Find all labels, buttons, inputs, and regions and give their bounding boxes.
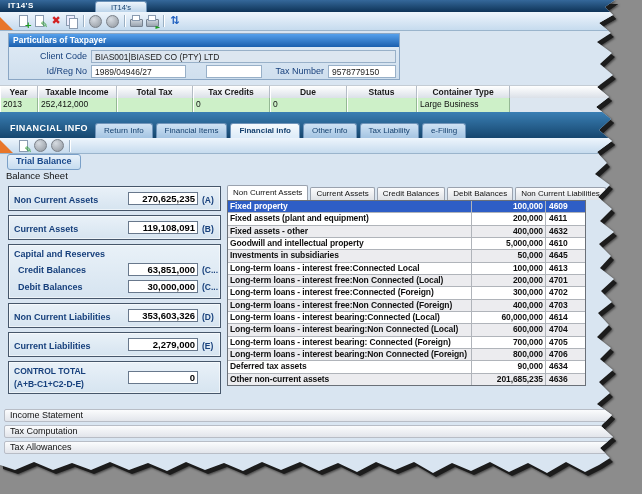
- torn-edge: IT14'S IT14's + ✎ ✖ ► ⇅ Particulars of T…: [0, 0, 642, 494]
- dtab-non-current-assets[interactable]: Non Current Assets: [227, 185, 308, 200]
- cell-due: 0: [270, 98, 347, 112]
- toolbar-separator: [163, 15, 164, 27]
- cancel-icon[interactable]: [51, 139, 64, 152]
- control-total-field[interactable]: [128, 371, 198, 384]
- accept-icon[interactable]: [89, 15, 102, 28]
- field-suffix: (C...: [202, 282, 218, 292]
- trial-balance-grid: Fixed property100,0004609 Fixed assets (…: [227, 200, 586, 386]
- app-window: IT14'S IT14's + ✎ ✖ ► ⇅ Particulars of T…: [0, 0, 642, 494]
- fold-corner-icon: [0, 17, 13, 30]
- detail-tabs: Non Current Assets Current Assets Credit…: [227, 185, 621, 200]
- secondary-field[interactable]: [206, 65, 262, 78]
- table-row[interactable]: Long-term loans - interest free:Connecte…: [228, 287, 585, 299]
- print-icon[interactable]: [129, 14, 143, 28]
- section-balance-sheet[interactable]: Balance Sheet: [6, 170, 68, 181]
- dtab-non-current-liabilities[interactable]: Non Current Liabilities: [515, 187, 606, 200]
- current-liabilities-field[interactable]: [128, 338, 198, 351]
- tab-other-info[interactable]: Other Info: [303, 123, 357, 138]
- tax-number-label: Tax Number: [264, 66, 324, 76]
- edit-record-icon[interactable]: ✎: [33, 14, 47, 28]
- field-suffix: (D): [202, 312, 214, 322]
- current-assets-field[interactable]: [128, 221, 198, 234]
- balance-sheet-panel: Non Current Assets (A) Current Assets (B…: [8, 186, 221, 394]
- credit-balances-field[interactable]: [128, 263, 198, 276]
- group-label: Capital and Reserves: [14, 249, 105, 259]
- tab-financial-items[interactable]: Financial Items: [156, 123, 228, 138]
- section-tax-computation[interactable]: Tax Computation: [4, 425, 616, 438]
- client-code-label: Client Code: [9, 51, 87, 61]
- tab-financial-info[interactable]: Financial info: [230, 123, 300, 138]
- table-row[interactable]: Long-term loans - interest bearing:Non C…: [228, 349, 585, 361]
- financial-info-tabs: Return Info Financial Items Financial in…: [95, 123, 466, 138]
- toolbar-separator: [69, 140, 70, 152]
- copy-record-icon[interactable]: [65, 14, 79, 28]
- edit-record-icon[interactable]: ✎: [17, 139, 31, 153]
- tab-e-filing[interactable]: e-Filing: [422, 123, 466, 138]
- client-code-field[interactable]: [91, 50, 396, 63]
- document-tab-it14s[interactable]: IT14's: [95, 1, 147, 12]
- trial-balance-button[interactable]: Trial Balance: [7, 154, 81, 170]
- dtab-debit-balances[interactable]: Debit Balances: [447, 187, 513, 200]
- section-income-statement[interactable]: Income Statement: [4, 409, 616, 422]
- screenshot-canvas: IT14'S IT14's + ✎ ✖ ► ⇅ Particulars of T…: [0, 0, 642, 494]
- fold-corner-icon: [0, 140, 13, 153]
- dtab-credit-balances[interactable]: Credit Balances: [377, 187, 445, 200]
- table-row[interactable]: Fixed assets (plant and equipment)200,00…: [228, 213, 585, 225]
- toolbar-separator: [124, 15, 125, 27]
- id-reg-label: Id/Reg No: [9, 66, 87, 76]
- financial-info-band: FINANCIAL INFO Return Info Financial Ite…: [0, 112, 642, 138]
- new-record-icon[interactable]: +: [17, 14, 31, 28]
- delete-record-icon[interactable]: ✖: [49, 14, 63, 28]
- tab-tax-liability[interactable]: Tax Liability: [360, 123, 419, 138]
- table-row[interactable]: Long-term loans - interest free:Connecte…: [228, 263, 585, 275]
- tab-return-info[interactable]: Return Info: [95, 123, 153, 138]
- table-row[interactable]: Long-term loans - interest bearing:Conne…: [228, 312, 585, 324]
- dtab-current-assets[interactable]: Current Assets: [310, 187, 374, 200]
- cancel-icon[interactable]: [106, 15, 119, 28]
- status-dropdown[interactable]: [347, 98, 417, 112]
- non-current-assets-field[interactable]: [128, 192, 198, 205]
- box-non-current-assets: Non Current Assets (A): [8, 186, 221, 211]
- table-row[interactable]: Other non-current assets201,685,2354636: [228, 374, 585, 385]
- particulars-panel: Particulars of Taxpayer Client Code Id/R…: [8, 33, 400, 80]
- import-export-icon[interactable]: ⇅: [168, 14, 182, 28]
- field-suffix: (E): [202, 341, 213, 351]
- window-title: IT14'S: [8, 1, 34, 10]
- field-label: Non Current Assets: [14, 195, 98, 205]
- table-row[interactable]: Long-term loans - interest free:Non Conn…: [228, 275, 585, 287]
- tax-number-field[interactable]: [328, 65, 396, 78]
- table-row[interactable]: Deferred tax assets90,0004634: [228, 361, 585, 373]
- debit-balances-field[interactable]: [128, 280, 198, 293]
- dtab-more[interactable]: Curr...: [608, 187, 621, 200]
- non-current-liabilities-field[interactable]: [128, 309, 198, 322]
- cell-year: 2013: [0, 98, 38, 112]
- table-row[interactable]: Fixed assets - other400,0004632: [228, 226, 585, 238]
- toolbar-separator: [83, 15, 84, 27]
- field-suffix: (B): [202, 224, 214, 234]
- table-row[interactable]: Investments in subsidiaries50,0004645: [228, 250, 585, 262]
- table-row[interactable]: Long-term loans - interest bearing: Conn…: [228, 337, 585, 349]
- financial-info-title: FINANCIAL INFO: [10, 123, 88, 133]
- returns-row[interactable]: 2013 252,412,000 0 0 Large Business: [0, 98, 642, 113]
- id-reg-field[interactable]: [91, 65, 186, 78]
- field-label: Non Current Liabilities: [14, 312, 111, 322]
- table-row[interactable]: Goodwill and intellectual property5,000,…: [228, 238, 585, 250]
- print-preview-icon[interactable]: ►: [145, 14, 159, 28]
- field-label: Debit Balances: [18, 282, 83, 292]
- table-row[interactable]: Fixed property100,0004609: [228, 201, 585, 213]
- box-current-liabilities: Current Liabilities (E): [8, 332, 221, 357]
- financial-sub-toolbar: ✎: [0, 138, 642, 154]
- cell-container-type: Large Business: [417, 98, 510, 112]
- window-titlebar: IT14'S IT14's: [0, 0, 642, 12]
- cell-tax-credits: 0: [193, 98, 270, 112]
- box-control-total: CONTROL TOTAL (A+B-C1+C2-D-E): [8, 361, 221, 394]
- accept-icon[interactable]: [34, 139, 47, 152]
- field-label: Credit Balances: [18, 265, 86, 275]
- particulars-header: Particulars of Taxpayer: [9, 34, 399, 47]
- field-label: Current Assets: [14, 224, 78, 234]
- table-row[interactable]: Long-term loans - interest bearing:Non C…: [228, 324, 585, 336]
- section-tax-allowances[interactable]: Tax Allowances: [4, 441, 616, 454]
- table-row[interactable]: Long-term loans - interest free:Non Conn…: [228, 300, 585, 312]
- box-capital-and-reserves: Capital and Reserves Credit Balances (C.…: [8, 244, 221, 299]
- main-toolbar: + ✎ ✖ ► ⇅: [0, 12, 642, 31]
